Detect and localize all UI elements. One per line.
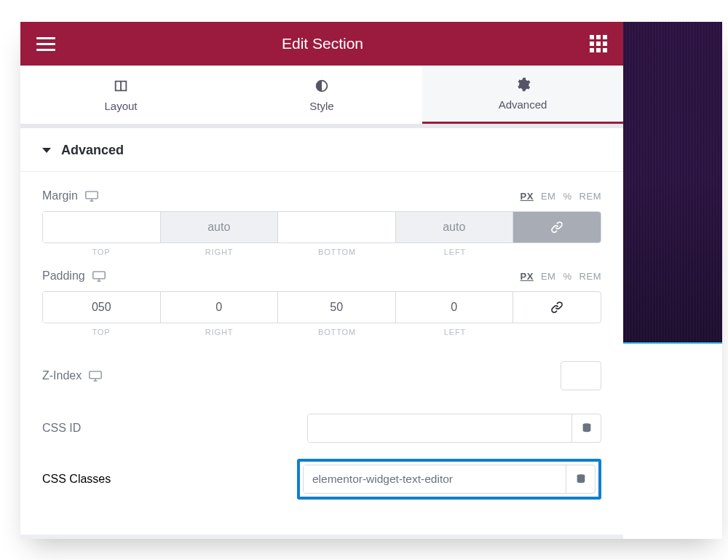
padding-left-input[interactable] (396, 292, 513, 323)
dynamic-tags-button[interactable] (571, 414, 601, 442)
panel-header: Edit Section (20, 22, 623, 66)
svg-rect-3 (93, 271, 105, 278)
responsive-icon[interactable] (92, 271, 106, 282)
cssclasses-highlight (297, 459, 601, 500)
cssid-input[interactable] (308, 414, 571, 442)
cssclasses-input[interactable] (304, 465, 566, 493)
margin-right-value[interactable]: auto (161, 212, 279, 242)
link-icon (550, 220, 564, 234)
page-preview[interactable] (623, 22, 722, 539)
panel-body: Margin PX EM % REM auto (20, 172, 623, 535)
caret-down-icon (42, 148, 51, 153)
zindex-input[interactable] (561, 361, 601, 390)
margin-left-value[interactable]: auto (396, 212, 514, 242)
tab-label: Style (309, 100, 333, 112)
margin-label: Margin (42, 189, 78, 202)
gear-icon (515, 76, 531, 92)
margin-controls: auto auto (42, 211, 601, 243)
tab-advanced[interactable]: Advanced (422, 66, 623, 124)
padding-bottom-input[interactable] (278, 292, 395, 323)
tabs: Layout Style Advanced (20, 66, 623, 124)
unit-px[interactable]: PX (521, 271, 534, 282)
database-icon (575, 473, 587, 485)
widgets-grid-icon[interactable] (590, 35, 607, 52)
database-icon (581, 422, 593, 434)
section-title-label: Advanced (61, 143, 124, 158)
pos-label: BOTTOM (278, 248, 396, 256)
zindex-label: Z-Index (42, 369, 82, 382)
tab-style[interactable]: Style (221, 66, 422, 124)
cssid-label: CSS ID (42, 422, 81, 435)
menu-icon[interactable] (36, 37, 55, 51)
padding-controls (42, 291, 601, 323)
style-icon (314, 78, 330, 94)
margin-link-toggle[interactable] (513, 212, 601, 242)
pos-label: LEFT (396, 328, 514, 336)
tab-label: Layout (104, 100, 137, 112)
unit-rem[interactable]: REM (579, 191, 601, 202)
unit-px[interactable]: PX (521, 191, 534, 202)
svg-rect-0 (86, 191, 98, 198)
unit-rem[interactable]: REM (579, 271, 601, 282)
editor-panel: Edit Section Layout Style Advanced (20, 22, 623, 539)
panel-title: Edit Section (282, 35, 363, 52)
responsive-icon[interactable] (85, 191, 98, 202)
tab-layout[interactable]: Layout (20, 66, 221, 124)
divider (20, 535, 623, 539)
pos-label: RIGHT (160, 328, 278, 336)
pos-label: TOP (42, 248, 160, 256)
svg-rect-6 (90, 371, 101, 378)
cssclasses-label: CSS Classes (42, 473, 111, 485)
responsive-icon[interactable] (89, 371, 102, 382)
pos-label: TOP (42, 328, 160, 336)
unit-pct[interactable]: % (563, 191, 571, 202)
margin-units: PX EM % REM (521, 191, 601, 202)
tab-label: Advanced (499, 98, 547, 111)
dynamic-tags-button[interactable] (566, 465, 595, 493)
margin-top-input[interactable] (43, 212, 160, 242)
padding-top-input[interactable] (43, 292, 160, 323)
pos-label: BOTTOM (278, 328, 396, 336)
padding-right-input[interactable] (161, 292, 278, 323)
padding-units: PX EM % REM (521, 271, 601, 282)
unit-pct[interactable]: % (563, 271, 571, 282)
padding-label: Padding (42, 269, 85, 283)
link-icon (550, 300, 564, 315)
layout-icon (113, 78, 129, 94)
pos-label: RIGHT (160, 248, 278, 256)
pos-label: LEFT (396, 248, 514, 256)
unit-em[interactable]: EM (541, 271, 556, 282)
padding-link-toggle[interactable] (513, 292, 601, 323)
margin-bottom-input[interactable] (278, 212, 395, 242)
unit-em[interactable]: EM (541, 191, 556, 202)
selected-section-outline (623, 342, 722, 539)
section-toggle-advanced[interactable]: Advanced (20, 128, 623, 172)
